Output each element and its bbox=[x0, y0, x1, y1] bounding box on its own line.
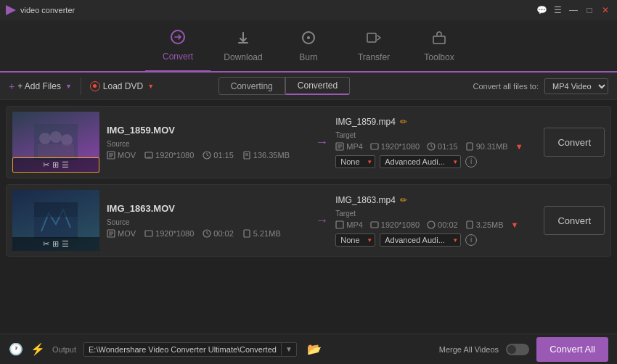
menu-icon[interactable]: ☰ bbox=[552, 4, 563, 16]
nav-burn[interactable]: Burn bbox=[276, 20, 341, 72]
source-format-value-1: MOV bbox=[118, 151, 136, 160]
burn-nav-icon bbox=[301, 30, 316, 49]
target-label-2: Target bbox=[335, 210, 536, 218]
bottom-bar: 🕐 ⚡ Output E:\Wondershare Video Converte… bbox=[0, 334, 617, 364]
source-size-value-2: 5.21MB bbox=[253, 229, 281, 238]
arrow-sep-1: → bbox=[315, 135, 328, 150]
add-files-dropdown-icon: ▼ bbox=[65, 83, 72, 90]
option1-select-1[interactable]: None bbox=[335, 155, 375, 168]
target-meta-2: MP4 1920*1080 00:02 3.25MB ▼ bbox=[335, 220, 536, 229]
option2-select-2[interactable]: Advanced Audi... bbox=[380, 233, 461, 247]
file-item-1: ✂ ⊞ ☰ IMG_1859.MOV Source MOV 1920*1080 bbox=[6, 106, 611, 178]
file-name-1: IMG_1859.MOV bbox=[107, 125, 308, 136]
output-path-dropdown-btn[interactable]: ▼ bbox=[281, 343, 296, 355]
target-meta-1: MP4 1920*1080 01:15 90.31MB ▼ bbox=[335, 142, 536, 151]
svg-rect-19 bbox=[34, 202, 78, 217]
source-size-value-1: 136.35MB bbox=[253, 151, 290, 160]
target-size-value-1: 90.31MB bbox=[476, 142, 508, 151]
arrow-sep-2: → bbox=[315, 213, 328, 228]
option2-wrap-1: Advanced Audi... bbox=[380, 155, 461, 168]
option2-select-1[interactable]: Advanced Audi... bbox=[380, 155, 461, 168]
lightning-icon[interactable]: ⚡ bbox=[30, 342, 45, 356]
svg-rect-27 bbox=[467, 221, 473, 228]
source-label-1: Source bbox=[107, 140, 308, 148]
output-path-text: E:\Wondershare Video Converter Ultimate\… bbox=[84, 343, 281, 356]
source-resolution-2: 1920*1080 bbox=[144, 229, 194, 238]
thumbnail-wrap-2: ✂ ⊞ ☰ bbox=[12, 190, 99, 251]
settings-icon-1[interactable]: ☰ bbox=[62, 160, 69, 170]
clock-icon[interactable]: 🕐 bbox=[9, 342, 23, 356]
close-icon[interactable]: ✕ bbox=[600, 4, 611, 16]
add-files-button[interactable]: + + Add Files ▼ bbox=[9, 80, 72, 92]
svg-point-6 bbox=[39, 133, 51, 144]
scissors-icon-1[interactable]: ✂ bbox=[43, 160, 49, 170]
source-duration-1: 01:15 bbox=[203, 151, 234, 160]
convert-all-button[interactable]: Convert All bbox=[536, 337, 608, 362]
format-select[interactable]: MP4 Video bbox=[544, 78, 608, 94]
nav-toolbox[interactable]: Toolbox bbox=[406, 20, 472, 72]
output-label: Output bbox=[52, 345, 76, 354]
convert-nav-icon bbox=[170, 29, 186, 49]
target-resolution-value-1: 1920*1080 bbox=[381, 142, 420, 151]
crop-icon-1[interactable]: ⊞ bbox=[52, 160, 59, 170]
titlebar-left: video converter bbox=[6, 5, 75, 15]
toggle-knob bbox=[507, 345, 516, 354]
toolbar: + + Add Files ▼ Load DVD ▼ Converting Co… bbox=[0, 73, 617, 100]
main-content: ✂ ⊞ ☰ IMG_1859.MOV Source MOV 1920*1080 bbox=[0, 100, 617, 334]
svg-rect-3 bbox=[367, 33, 376, 42]
load-dvd-dropdown-icon: ▼ bbox=[147, 83, 154, 90]
nav-convert-label: Convert bbox=[163, 51, 193, 62]
maximize-icon[interactable]: □ bbox=[584, 4, 595, 16]
nav-download-label: Download bbox=[224, 52, 262, 62]
convert-button-1[interactable]: Convert bbox=[544, 128, 605, 157]
nav-download[interactable]: Download bbox=[211, 20, 276, 72]
target-options-1: None Advanced Audi... i bbox=[335, 155, 536, 168]
source-resolution-value-1: 1920*1080 bbox=[155, 151, 194, 160]
target-dropdown-icon-1[interactable]: ▼ bbox=[515, 142, 523, 151]
file-list: ✂ ⊞ ☰ IMG_1859.MOV Source MOV 1920*1080 bbox=[0, 100, 617, 334]
option1-select-2[interactable]: None bbox=[335, 233, 375, 247]
convert-button-2[interactable]: Convert bbox=[544, 206, 605, 235]
target-name-1: IMG_1859.mp4 bbox=[335, 117, 396, 127]
target-format-value-2: MP4 bbox=[346, 220, 363, 229]
nav-convert[interactable]: Convert bbox=[145, 20, 211, 72]
folder-icon[interactable]: 📂 bbox=[307, 342, 322, 356]
info-button-1[interactable]: i bbox=[465, 156, 477, 167]
settings-icon-2[interactable]: ☰ bbox=[62, 239, 69, 249]
thumb-actions-2: ✂ ⊞ ☰ bbox=[12, 237, 99, 251]
svg-rect-17 bbox=[467, 143, 473, 150]
target-section-1: IMG_1859.mp4 ✏ Target MP4 1920*1080 bbox=[335, 117, 536, 168]
tab-converting[interactable]: Converting bbox=[218, 77, 285, 95]
load-dvd-button[interactable]: Load DVD ▼ bbox=[90, 81, 154, 91]
source-label-2: Source bbox=[107, 218, 308, 226]
titlebar: video converter 💬 ☰ — □ ✕ bbox=[0, 0, 617, 20]
nav-toolbox-label: Toolbox bbox=[424, 52, 454, 62]
minimize-icon[interactable]: — bbox=[568, 4, 579, 16]
output-path-wrap: E:\Wondershare Video Converter Ultimate\… bbox=[83, 342, 297, 357]
nav-transfer[interactable]: Transfer bbox=[341, 20, 406, 72]
edit-icon-1[interactable]: ✏ bbox=[400, 117, 407, 127]
info-button-2[interactable]: i bbox=[465, 234, 477, 246]
chat-icon[interactable]: 💬 bbox=[536, 4, 547, 16]
plus-icon: + bbox=[9, 80, 15, 92]
target-duration-value-2: 00:02 bbox=[438, 220, 458, 229]
merge-all-label: Merge All Videos bbox=[439, 345, 499, 354]
crop-icon-2[interactable]: ⊞ bbox=[52, 239, 59, 249]
target-label-1: Target bbox=[335, 131, 536, 139]
target-format-1: MP4 bbox=[335, 142, 363, 151]
tab-converted[interactable]: Converted bbox=[285, 77, 350, 95]
titlebar-controls: 💬 ☰ — □ ✕ bbox=[536, 4, 611, 16]
svg-point-8 bbox=[61, 134, 73, 146]
source-format-1: MOV bbox=[107, 151, 136, 160]
scissors-icon-2[interactable]: ✂ bbox=[43, 239, 49, 249]
target-dropdown-icon-2[interactable]: ▼ bbox=[511, 220, 519, 229]
app-icon bbox=[6, 5, 16, 15]
target-duration-value-1: 01:15 bbox=[438, 142, 458, 151]
edit-icon-2[interactable]: ✏ bbox=[400, 195, 407, 205]
target-header-2: IMG_1863.mp4 ✏ bbox=[335, 195, 536, 205]
merge-toggle[interactable] bbox=[506, 344, 529, 355]
target-options-2: None Advanced Audi... i bbox=[335, 233, 536, 247]
target-duration-1: 01:15 bbox=[427, 142, 458, 151]
svg-rect-4 bbox=[433, 36, 445, 44]
source-size-2: 5.21MB bbox=[242, 229, 281, 238]
